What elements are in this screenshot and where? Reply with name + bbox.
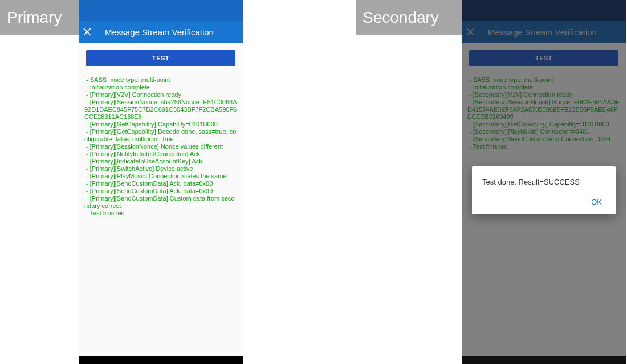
close-icon[interactable] [83,28,91,36]
secondary-panel-label-text: Secondary [363,9,439,27]
status-bar [79,0,243,21]
dialog-message: Test done. Result=SUCCESS [482,178,605,186]
result-dialog: Test done. Result=SUCCESS OK [472,166,616,214]
primary-content: TEST - SASS mode type: multi-point - Ini… [79,43,243,356]
secondary-phone: Message Stream Verification TEST - SASS … [462,0,626,364]
app-bar: Message Stream Verification [79,21,243,43]
secondary-panel-label: Secondary [356,0,462,35]
status-bar [462,0,626,21]
nav-bar [79,356,243,364]
dialog-ok-button[interactable]: OK [588,195,605,208]
primary-panel-label-text: Primary [7,9,62,27]
dialog-actions: OK [482,195,605,208]
nav-bar [462,356,626,364]
primary-phone: Message Stream Verification TEST - SASS … [79,0,243,364]
test-button-label: TEST [535,55,552,62]
test-button-label: TEST [152,55,169,62]
secondary-log: - SASS mode type: multi-point - Initiali… [467,76,620,150]
app-bar-title: Message Stream Verification [488,27,597,37]
app-bar-title: Message Stream Verification [105,27,214,37]
primary-log: - SASS mode type: multi-point - Initiali… [84,76,237,217]
test-button[interactable]: TEST [86,50,235,66]
test-button[interactable]: TEST [469,50,618,66]
primary-panel-label: Primary [0,0,79,35]
close-icon[interactable] [466,28,474,36]
side-by-side-canvas: Primary Message Stream Verification TEST… [0,0,627,364]
app-bar: Message Stream Verification [462,21,626,43]
